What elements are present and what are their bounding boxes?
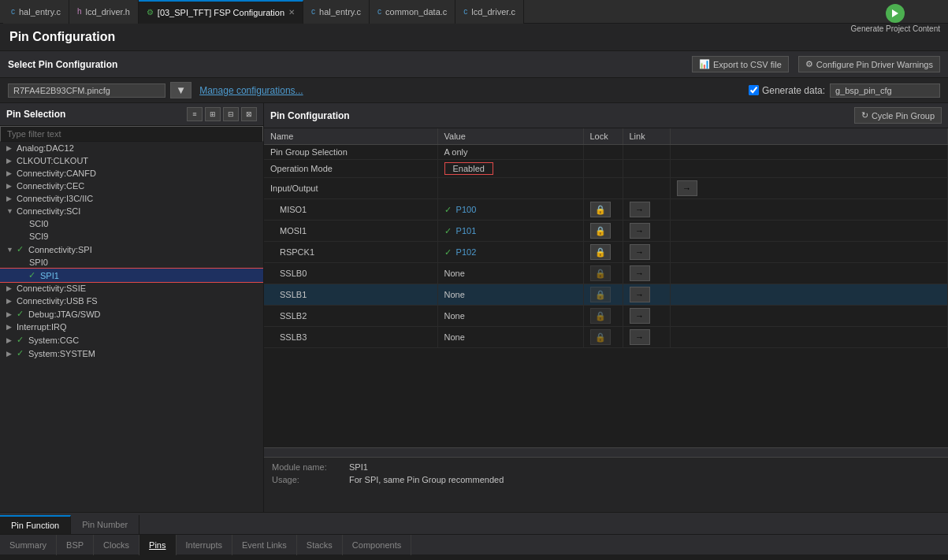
tree-item-canfd[interactable]: ▶ Connectivity:CANFD (0, 167, 263, 180)
tab-hal-entry-1[interactable]: c hal_entry.c (3, 0, 69, 24)
footer-tab-bsp[interactable]: BSP (57, 535, 94, 555)
table-row[interactable]: SSLB1 None 🔒 → (264, 284, 948, 306)
tree-item-interrupt[interactable]: ▶ Interrupt:IRQ (0, 321, 263, 333)
tree-item-sci0[interactable]: SCI0 (0, 217, 263, 230)
tree-item-system-cgc[interactable]: ▶ ✓ System:CGC (0, 333, 263, 347)
chevron-right-icon: ▶ (6, 284, 14, 292)
tree-item-system-system[interactable]: ▶ ✓ System:SYSTEM (0, 347, 263, 360)
tree-item-sci9[interactable]: SCI9 (0, 230, 263, 243)
row-link (623, 145, 670, 160)
link-arrow-button[interactable]: → (630, 244, 650, 260)
tab-pin-function[interactable]: Pin Function (0, 515, 71, 534)
config-file-input[interactable] (8, 83, 165, 98)
generate-project-button[interactable]: Generate Project Content (851, 4, 940, 33)
tab-label: [03_SPI_TFT] FSP Configuration (158, 8, 284, 17)
tree-item-analog-dac12[interactable]: ▶ Analog:DAC12 (0, 142, 263, 154)
cycle-pin-group-button[interactable]: ↻ Cycle Pin Group (854, 107, 942, 124)
row-link-cell: → (623, 242, 670, 263)
chevron-right-icon: ▶ (6, 310, 14, 318)
lock-button[interactable]: 🔒 (590, 308, 611, 324)
manage-configurations-link[interactable]: Manage configurations... (199, 85, 303, 96)
table-row[interactable]: RSPCK1 ✓ P102 🔒 → (264, 242, 948, 263)
pin-link[interactable]: P101 (456, 226, 477, 235)
tree-item-label: System:SYSTEM (28, 349, 95, 358)
tab-label: Event Links (242, 540, 287, 550)
tab-pin-number[interactable]: Pin Number (71, 515, 139, 534)
table-row[interactable]: SSLB3 None 🔒 → (264, 327, 948, 348)
table-row[interactable]: MOSI1 ✓ P101 🔒 → (264, 221, 948, 242)
filter-input[interactable] (0, 126, 263, 142)
tree-item-i3c[interactable]: ▶ Connectivity:I3C/IIC (0, 192, 263, 205)
link-arrow-button[interactable]: → (630, 223, 650, 239)
table-row[interactable]: SSLB2 None 🔒 → (264, 306, 948, 327)
tree-item-ssie[interactable]: ▶ Connectivity:SSIE (0, 282, 263, 295)
close-icon[interactable]: ✕ (288, 8, 295, 17)
footer-tab-summary[interactable]: Summary (0, 535, 57, 555)
tree-item-label: Interrupt:IRQ (17, 322, 67, 332)
tree-item-debug[interactable]: ▶ ✓ Debug:JTAG/SWD (0, 307, 263, 321)
tree-item-spi1[interactable]: ✓ SPI1 (0, 269, 263, 282)
export-csv-button[interactable]: 📊 Export to CSV file (692, 56, 789, 72)
tab-fsp-config[interactable]: ⚙ [03_SPI_TFT] FSP Configuration ✕ (139, 0, 303, 24)
footer-tab-event-links[interactable]: Event Links (232, 535, 297, 555)
row-value: None (437, 284, 583, 306)
link-arrow-button[interactable]: → (630, 265, 650, 281)
footer-tab-pins[interactable]: Pins (139, 535, 176, 555)
horizontal-scrollbar[interactable] (264, 447, 948, 457)
generate-data-checkbox[interactable] (749, 85, 759, 95)
tree-item-label: Connectivity:CANFD (17, 169, 96, 178)
table-row[interactable]: Input/Output → (264, 178, 948, 199)
list-view-button[interactable]: ≡ (187, 107, 203, 121)
pin-link[interactable]: P100 (456, 205, 477, 214)
table-row[interactable]: Pin Group Selection A only (264, 145, 948, 160)
tree-item-spi[interactable]: ▼ ✓ Connectivity:SPI (0, 243, 263, 256)
chevron-right-icon: ▶ (6, 350, 14, 358)
table-row[interactable]: MISO1 ✓ P100 🔒 → (264, 199, 948, 221)
row-link-cell: → (623, 284, 670, 306)
tree-item-label: SPI1 (40, 271, 59, 280)
config-dropdown-button[interactable]: ▼ (170, 82, 191, 98)
config-file-row: ▼ Manage configurations... Generate data… (0, 78, 948, 103)
lock-button[interactable]: 🔒 (590, 223, 611, 239)
row-value: ✓ P102 (437, 242, 583, 263)
tab-lcd-driver-c[interactable]: c lcd_driver.c (455, 0, 524, 24)
footer-tab-clocks[interactable]: Clocks (94, 535, 139, 555)
tab-hal-entry-2[interactable]: c hal_entry.c (303, 0, 370, 24)
table-row[interactable]: Operation Mode Enabled (264, 160, 948, 178)
grid-view-button[interactable]: ⊞ (205, 107, 221, 121)
tree-item-spi0[interactable]: SPI0 (0, 256, 263, 269)
footer-tab-components[interactable]: Components (343, 535, 411, 555)
tree-item-sci[interactable]: ▼ Connectivity:SCI (0, 205, 263, 217)
table-row[interactable]: SSLB0 None 🔒 → (264, 263, 948, 284)
link-arrow-button[interactable]: → (630, 202, 650, 217)
tree-item-clkout[interactable]: ▶ CLKOUT:CLKOUT (0, 154, 263, 167)
check-icon: ✓ (17, 309, 26, 319)
link-arrow-button[interactable]: → (630, 308, 650, 324)
pin-link[interactable]: P102 (456, 247, 477, 257)
chevron-right-icon: ▶ (6, 169, 14, 177)
page-title: Pin Configuration (0, 24, 948, 51)
configure-warnings-button[interactable]: ⚙ Configure Pin Driver Warnings (798, 56, 940, 72)
lock-button[interactable]: 🔒 (590, 287, 611, 302)
lock-button[interactable]: 🔒 (590, 265, 611, 281)
tab-label: Pin Function (11, 521, 59, 530)
link-arrow-button[interactable]: → (630, 329, 650, 345)
footer-tab-interrupts[interactable]: Interrupts (177, 535, 232, 555)
link-arrow-button[interactable]: → (630, 287, 650, 302)
tab-label: Interrupts (186, 540, 222, 550)
lock-button[interactable]: 🔒 (590, 244, 611, 260)
collapse-button[interactable]: ⊠ (241, 107, 257, 121)
tab-lcd-driver-h[interactable]: h lcd_driver.h (69, 0, 139, 24)
tree-item-label: Debug:JTAG/SWD (28, 310, 101, 319)
footer-tab-stacks[interactable]: Stacks (297, 535, 343, 555)
generate-data-field[interactable] (830, 83, 940, 98)
arrow-button[interactable]: → (677, 180, 697, 196)
tree-item-usb[interactable]: ▶ Connectivity:USB FS (0, 295, 263, 307)
tree-item-cec[interactable]: ▶ Connectivity:CEC (0, 180, 263, 192)
chevron-down-icon: ▼ (6, 246, 14, 254)
tab-common-data[interactable]: c common_data.c (370, 0, 455, 24)
expand-button[interactable]: ⊟ (223, 107, 239, 121)
lock-button[interactable]: 🔒 (590, 202, 611, 217)
lock-button[interactable]: 🔒 (590, 329, 611, 345)
footer-tabs: Summary BSP Clocks Pins Interrupts Event… (0, 534, 948, 554)
